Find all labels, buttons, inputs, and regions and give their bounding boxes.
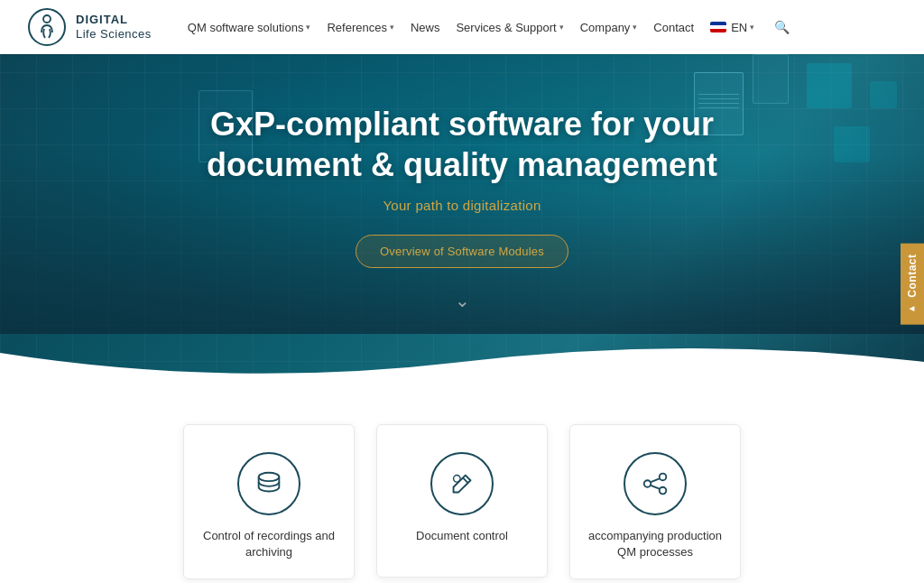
hero-content: GxP-compliant software for your document… (191, 77, 733, 311)
nav-company[interactable]: Company ▾ (580, 21, 638, 34)
card-documents-label: Document control (416, 528, 508, 544)
svg-point-1 (43, 15, 51, 23)
hero-subtitle: Your path to digitalization (191, 198, 733, 213)
nav-contact[interactable]: Contact (653, 21, 694, 34)
nav-references[interactable]: References ▾ (327, 21, 393, 34)
share-icon (640, 468, 670, 499)
card-production-label: accompanying production QM processes (585, 528, 725, 560)
logo-text: Digital Life Sciences (76, 13, 152, 41)
svg-point-5 (644, 480, 651, 487)
database-icon (254, 468, 284, 499)
svg-point-6 (660, 487, 667, 495)
nav-language[interactable]: EN ▾ (710, 21, 754, 34)
nav-news[interactable]: News (411, 21, 440, 34)
nav-services[interactable]: Services & Support ▾ (456, 21, 563, 34)
scroll-chevron-icon[interactable]: ⌄ (191, 290, 733, 311)
svg-line-8 (651, 486, 659, 489)
card-documents: Document control (376, 424, 548, 578)
deco-teal-box-2 (870, 81, 897, 108)
flag-icon (710, 22, 726, 32)
documents-icon-circle (430, 452, 494, 515)
card-production: accompanying production QM processes (569, 424, 741, 579)
chevron-down-icon: ▾ (750, 23, 754, 32)
main-nav: QM software solutions ▾ References ▾ New… (188, 20, 790, 34)
search-icon[interactable]: 🔍 (774, 20, 790, 34)
hero-section: GxP-compliant software for your document… (0, 0, 924, 388)
logo[interactable]: Digital Life Sciences (27, 7, 152, 47)
recordings-icon-circle (237, 452, 300, 515)
edit-icon (447, 468, 477, 499)
deco-teal-box (807, 63, 852, 108)
chevron-down-icon: ▾ (306, 23, 310, 32)
svg-point-3 (454, 476, 461, 483)
cards-section: Control of recordings and archiving Docu… (0, 397, 924, 583)
svg-point-2 (259, 473, 280, 481)
contact-arrow-icon: ◄ (908, 303, 918, 314)
chevron-down-icon: ▾ (633, 23, 637, 32)
production-icon-circle (624, 452, 687, 515)
svg-point-4 (660, 474, 667, 481)
logo-digital: Digital (76, 13, 152, 27)
card-recordings-label: Control of recordings and archiving (199, 528, 339, 560)
logo-sub: Life Sciences (76, 27, 152, 42)
card-recordings: Control of recordings and archiving (183, 424, 355, 579)
overview-button[interactable]: Overview of Software Modules (356, 235, 568, 268)
svg-point-0 (29, 9, 65, 45)
header: Digital Life Sciences QM software soluti… (0, 0, 924, 54)
nav-qm-software[interactable]: QM software solutions ▾ (188, 21, 311, 34)
hero-title: GxP-compliant software for your document… (191, 104, 733, 185)
svg-line-7 (651, 478, 659, 482)
chevron-down-icon: ▾ (559, 23, 564, 32)
logo-icon (27, 7, 67, 47)
decoration-box-2 (753, 54, 789, 104)
hero-wave (0, 335, 924, 388)
contact-tab[interactable]: ◄ Contact (901, 244, 924, 325)
chevron-down-icon: ▾ (390, 23, 394, 32)
